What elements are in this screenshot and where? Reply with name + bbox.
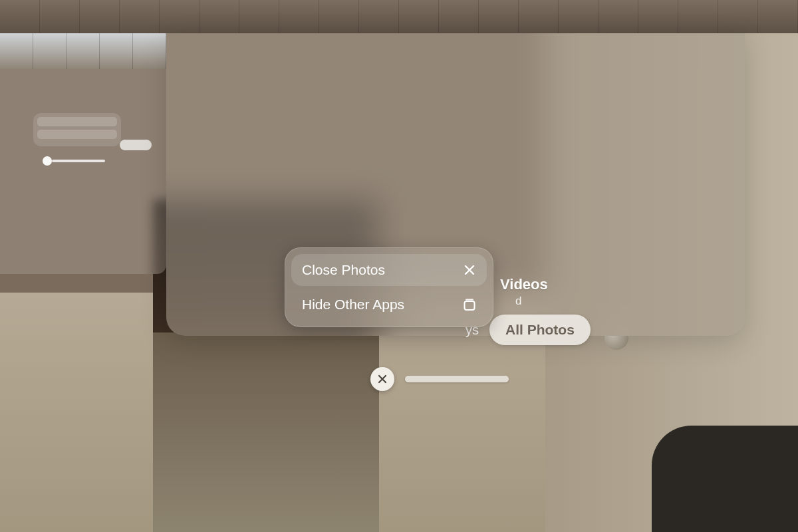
secondary-window <box>0 33 166 274</box>
window-controls <box>370 367 509 391</box>
window-close-button[interactable] <box>370 367 394 391</box>
stack-icon <box>462 297 477 313</box>
window-subtitle: d <box>515 295 521 308</box>
menu-close-photos[interactable]: Close Photos <box>291 254 487 286</box>
room-couch <box>652 426 798 532</box>
mini-popup <box>33 113 121 146</box>
window-resize-handle[interactable] <box>405 376 509 382</box>
window-title: Videos <box>500 276 548 293</box>
mini-photo-strip <box>0 33 166 69</box>
photo-strip <box>0 0 798 33</box>
mini-slider <box>52 160 105 162</box>
menu-item-label: Close Photos <box>302 262 385 278</box>
window-context-menu: Close Photos Hide Other Apps <box>285 247 493 327</box>
svg-rect-0 <box>466 299 473 301</box>
menu-hide-other-apps[interactable]: Hide Other Apps <box>291 289 487 321</box>
svg-rect-1 <box>465 301 475 310</box>
mini-pill <box>120 140 152 150</box>
segment-all-photos[interactable]: All Photos <box>489 315 591 345</box>
mini-close <box>43 156 52 166</box>
close-icon <box>462 262 477 278</box>
menu-item-label: Hide Other Apps <box>302 297 404 313</box>
